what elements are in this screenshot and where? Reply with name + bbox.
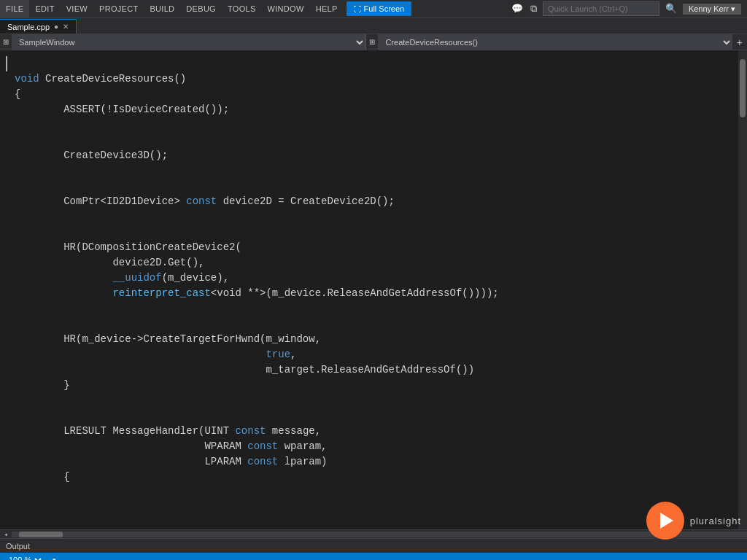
fullscreen-label: Full Screen [364,4,405,13]
menu-tools[interactable]: TOOLS [222,0,262,18]
code-line [15,408,738,424]
code-line [15,179,738,194]
code-line [15,209,738,225]
chat-icon[interactable]: 💬 [510,1,525,16]
quick-launch-input[interactable] [543,1,659,16]
code-line [15,56,738,71]
zoom-select[interactable]: 100 % [6,555,44,560]
scrollbar-thumb[interactable] [740,59,746,117]
cursor-indicator [6,56,7,71]
toolbar-right: 💬 ⧉ 🔍 Kenny Kerr ▾ [510,1,741,16]
class-select[interactable]: SampleWindow [12,34,365,50]
code-line [15,163,738,179]
menu-project[interactable]: PROJECT [93,0,144,18]
code-line: HR(m_device->CreateTargetForHwnd(m_windo… [15,332,738,347]
code-line: HR(DCompositionCreateDevice2( [15,240,738,255]
code-line [15,117,738,133]
menu-window[interactable]: WINDOW [262,0,310,18]
code-line: LRESULT MessageHandler(UINT const messag… [15,424,738,439]
code-line: } [15,378,738,393]
tab-sample-cpp[interactable]: Sample.cpp ● ✕ [0,19,77,34]
tab-close-button[interactable]: ✕ [63,23,69,31]
code-line: CreateDevice3D(); [15,148,738,163]
output-bar: Output [0,538,747,553]
code-line [15,225,738,240]
pluralsight-watermark: pluralsight [646,502,741,540]
pluralsight-label: pluralsight [690,516,741,526]
nav-plus-button[interactable]: + [732,36,747,48]
code-line: m_target.ReleaseAndGetAddressOf()) [15,362,738,378]
code-editor[interactable]: void CreateDeviceResources() { ASSERT(!I… [0,50,747,529]
code-line [15,133,738,148]
output-label[interactable]: Output [6,542,30,551]
menu-file[interactable]: FILE [0,0,29,18]
user-badge[interactable]: Kenny Kerr ▾ [683,4,741,15]
code-line: { [15,470,738,485]
code-line: LPARAM const lparam) [15,454,738,470]
menu-help[interactable]: HELP [310,0,344,18]
code-line: true, [15,347,738,362]
horizontal-scrollbar[interactable]: ◂ [0,529,747,538]
code-line: { [15,87,738,102]
tab-label: Sample.cpp [7,23,50,31]
code-line: reinterpret_cast<void **>(m_device.Relea… [15,286,738,301]
code-line [15,393,738,408]
navbar: ⊞ SampleWindow ⊞ CreateDeviceResources()… [0,34,747,50]
nav-right-icon: ⊞ [366,38,378,46]
menu-debug[interactable]: DEBUG [180,0,222,18]
code-line [15,316,738,332]
hscrollbar-thumb[interactable] [19,532,63,537]
titlebar: FILE EDIT VIEW PROJECT BUILD DEBUG TOOLS… [0,0,747,18]
zoom-dropdown-icon[interactable]: ▾ [53,556,56,560]
code-line: void CreateDeviceResources() [15,71,738,87]
code-line: device2D.Get(), [15,255,738,271]
method-select[interactable]: CreateDeviceResources() [378,34,732,50]
code-line: ASSERT(!IsDeviceCreated()); [15,102,738,117]
tab-modified-icon: ● [54,23,58,31]
code-line [15,301,738,316]
vertical-scrollbar[interactable] [738,50,747,529]
filter-icon[interactable]: ⧉ [529,2,538,16]
fullscreen-button[interactable]: ⛶ Full Screen [347,1,412,16]
menu-bar: FILE EDIT VIEW PROJECT BUILD DEBUG TOOLS… [0,0,510,18]
menu-edit[interactable]: EDIT [29,0,60,18]
menu-view[interactable]: VIEW [61,0,93,18]
code-line: __uuidof(m_device), [15,271,738,286]
scrollbar-track[interactable] [12,532,747,537]
menu-build[interactable]: BUILD [144,0,180,18]
nav-left-icon: ⊞ [0,38,12,46]
pluralsight-play-button[interactable] [646,502,684,540]
search-icon[interactable]: 🔍 [664,1,678,16]
scroll-left-button[interactable]: ◂ [0,530,12,539]
status-bar: 100 % ▾ [0,553,747,560]
code-content[interactable]: void CreateDeviceResources() { ASSERT(!I… [0,50,738,529]
code-line: ComPtr<ID2D1Device> const device2D = Cre… [15,194,738,209]
tabbar: Sample.cpp ● ✕ [0,18,747,34]
code-line: WPARAM const wparam, [15,439,738,454]
fullscreen-icon: ⛶ [354,5,361,13]
